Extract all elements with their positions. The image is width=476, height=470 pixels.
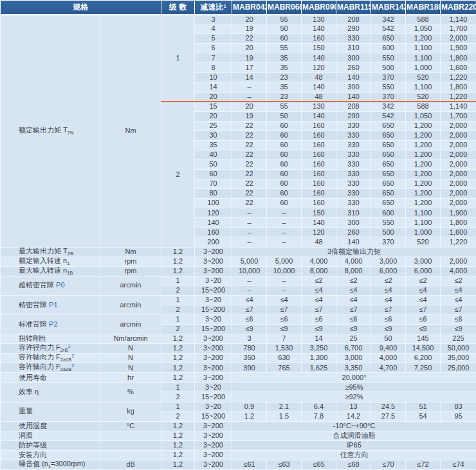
- value-cell: 3,000: [371, 257, 406, 266]
- ratio-cell: 3~20: [195, 383, 232, 392]
- value-cell: 3,000: [336, 354, 371, 363]
- value-cell: 542: [371, 24, 406, 34]
- model-column-header-MABR060: MABR060: [267, 1, 302, 15]
- table-row: 润滑1,23~200合成润滑油脂: [1, 431, 476, 440]
- spec-label-cell: 效率 η: [1, 383, 100, 402]
- spec-label-cell: 噪音值 (n1=3000rpm): [1, 460, 100, 469]
- value-cell: 208: [336, 102, 371, 111]
- value-cell: 5,000: [267, 257, 302, 266]
- value-cell: 1,200: [406, 199, 441, 208]
- value-cell: 600: [371, 44, 406, 53]
- value-cell: ≤2: [406, 276, 441, 285]
- unit-cell: %: [100, 383, 161, 402]
- value-cell: 370: [371, 73, 406, 82]
- value-cell: 330: [336, 189, 371, 199]
- value-cell: 4,000: [371, 354, 406, 363]
- spec-label-cell: 超精密背隙 P0: [1, 276, 100, 295]
- value-cell: 1,600: [441, 63, 476, 73]
- value-cell: 1,200: [406, 189, 441, 199]
- value-cell: 650: [371, 150, 406, 159]
- ratio-cell: 15~200: [195, 411, 232, 421]
- ratio-cell: 100: [195, 199, 232, 208]
- value-cell: 330: [336, 170, 371, 179]
- value-cell: 542: [371, 111, 406, 121]
- unit-cell: N: [100, 363, 161, 373]
- value-cell: 650: [371, 170, 406, 179]
- value-cell: 390: [232, 363, 267, 373]
- stages-cell: 1: [161, 276, 195, 285]
- value-cell: –: [267, 208, 302, 218]
- value-cell: 2,000: [441, 34, 476, 44]
- value-cell: 20: [232, 102, 267, 111]
- value-cell: ≤9: [267, 325, 302, 334]
- value-cell: 23: [267, 73, 302, 82]
- value-cell: 14,500: [406, 344, 441, 354]
- value-cell: ≤4: [302, 295, 336, 305]
- ratio-cell: 3~200: [195, 363, 232, 373]
- value-cell: 160: [302, 131, 336, 140]
- table-row: 重量kg13~200.92.16.41324.55183: [1, 402, 476, 411]
- value-cell: 130: [302, 102, 336, 111]
- table-row: 最大输入转速 n1Brpm1,23~20010,00010,0008,0008,…: [1, 266, 476, 276]
- value-cell: –: [232, 276, 267, 285]
- merged-value-cell: 任意方向: [232, 450, 476, 460]
- value-cell: 60: [267, 150, 302, 159]
- value-cell: ≤7: [336, 305, 371, 314]
- value-cell: ≤9: [441, 325, 476, 334]
- unit-cell: Nm: [100, 247, 161, 257]
- value-cell: ≤61: [232, 460, 267, 469]
- value-cell: –: [267, 228, 302, 237]
- value-cell: 1,050: [406, 111, 441, 121]
- stages-cell: 1: [161, 15, 195, 102]
- stages-cell: 1,2: [161, 431, 195, 440]
- unit-cell: N: [100, 344, 161, 354]
- table-row: 扭转刚性Nm/arcmin1,23~20037142550145225: [1, 334, 476, 344]
- value-cell: 2,000: [441, 150, 476, 159]
- ratio-cell: 50: [195, 159, 232, 169]
- spec-label-cell: 最大输出力矩 T2B: [1, 247, 100, 257]
- value-cell: 520: [406, 92, 441, 102]
- ratio-cell: 120: [195, 208, 232, 218]
- merged-value-cell: -10°C~+90°C: [232, 421, 476, 431]
- stages-cell: 1,2: [161, 421, 195, 431]
- value-cell: 1,100: [406, 44, 441, 53]
- value-cell: 1,200: [406, 150, 441, 159]
- spec-label-cell: 使用寿命: [1, 373, 100, 383]
- ratio-cell: 15~200: [195, 325, 232, 334]
- value-cell: 650: [371, 140, 406, 150]
- value-cell: 27.5: [371, 411, 406, 421]
- value-cell: 1,800: [441, 82, 476, 92]
- value-cell: 10,000: [232, 266, 267, 276]
- table-row: 效率 η%13~20≥95%: [1, 383, 476, 392]
- value-cell: 290: [336, 111, 371, 121]
- ratio-cell: 3~20: [195, 276, 232, 285]
- model-column-header-MABR180: MABR180: [406, 1, 441, 15]
- value-cell: 140: [336, 73, 371, 82]
- value-cell: 48: [302, 237, 336, 247]
- model-column-header-MABR115: MABR115: [336, 1, 371, 15]
- unit-cell: Nm: [100, 15, 161, 248]
- value-cell: 1,220: [441, 73, 476, 82]
- stages-cell: 1,2: [161, 363, 195, 373]
- value-cell: 330: [336, 150, 371, 159]
- value-cell: 520: [406, 237, 441, 247]
- stages-cell: 1,2: [161, 450, 195, 460]
- value-cell: 35,000: [441, 354, 476, 363]
- value-cell: 130: [302, 15, 336, 24]
- value-cell: 14.2: [336, 411, 371, 421]
- value-cell: 1,200: [406, 140, 441, 150]
- merged-value-cell: IP65: [232, 440, 476, 450]
- value-cell: 330: [336, 121, 371, 131]
- ratio-cell: 15~200: [195, 285, 232, 295]
- value-cell: 140: [302, 82, 336, 92]
- ratio-cell: 10: [195, 73, 232, 82]
- value-cell: 7.8: [302, 411, 336, 421]
- table-row: 额定输入转速 n1rpm1,23~2005,0005,0004,0004,000…: [1, 257, 476, 266]
- value-cell: 51: [406, 402, 441, 411]
- value-cell: 60: [267, 131, 302, 140]
- value-cell: 55: [267, 102, 302, 111]
- value-cell: 140: [302, 218, 336, 228]
- table-body: 额定输出力矩 T2NNm1320551302083425881,14041950…: [1, 15, 476, 470]
- value-cell: 25: [336, 334, 371, 344]
- value-cell: ≤7: [267, 305, 302, 314]
